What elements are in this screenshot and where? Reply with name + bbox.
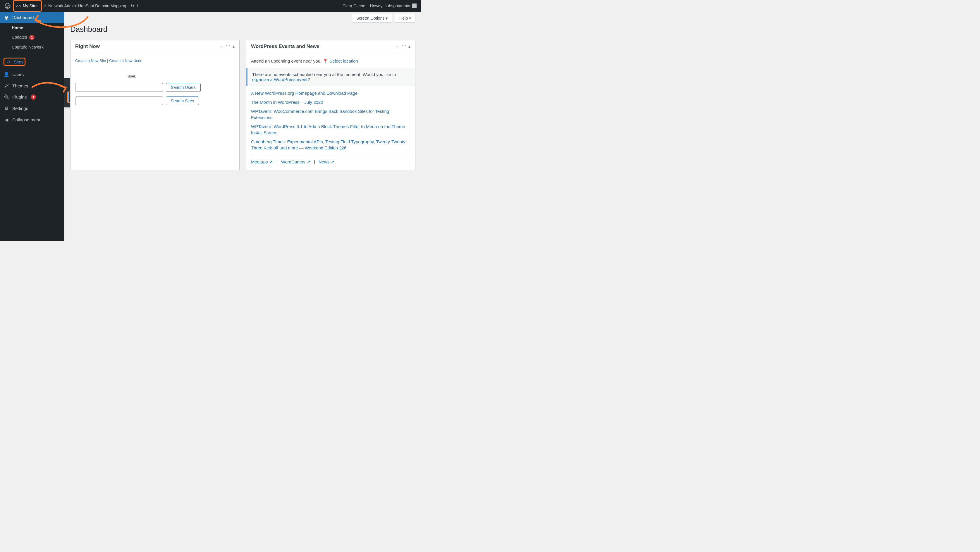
create-user-link[interactable]: Create a New User [109, 59, 142, 63]
sidebar-item-themes[interactable]: 🖌 Themes [0, 80, 64, 91]
dashboard-icon: ◉ [3, 14, 10, 20]
wp-logo[interactable] [2, 0, 13, 12]
sidebar-item-sites[interactable]: ⌂ Sites [0, 55, 64, 69]
home-icon: ⌂ [44, 3, 46, 8]
avatar [412, 3, 417, 8]
sidebar-plugins-label: Plugins [12, 94, 27, 99]
sidebar-sites-label: Sites [14, 59, 24, 64]
move-up-icon[interactable]: ︿ [220, 44, 224, 49]
my-sites-menu[interactable]: ⌂⌂ My Sites [13, 0, 42, 12]
sidebar-item-plugins[interactable]: 🔌 Plugins 1 [0, 91, 64, 103]
toggle-icon[interactable]: ▴ [232, 44, 235, 49]
network-admin-link[interactable]: ⌂ Network Admin: HubSpot Domain Mapping [42, 0, 129, 12]
collapse-label: Collapse menu [12, 117, 41, 122]
meetups-link[interactable]: Meetups [251, 159, 273, 165]
howdy-user[interactable]: Howdy, hubspotadmin [368, 0, 419, 12]
users-icon: 👤 [3, 71, 10, 77]
collapse-icon: ◀ [3, 117, 10, 122]
move-down-icon[interactable]: ﹀ [402, 44, 406, 49]
toggle-icon[interactable]: ▴ [408, 44, 410, 49]
news-link[interactable]: WPTavern: WooCommerce.com Brings Back Sa… [251, 109, 389, 120]
sidebar-settings-label: Settings [12, 106, 28, 111]
sidebar-collapse[interactable]: ◀ Collapse menu [0, 114, 64, 125]
wordcamps-link[interactable]: WordCamps [281, 159, 310, 165]
events-title: WordPress Events and News [251, 44, 320, 49]
search-users-input[interactable] [75, 83, 163, 92]
search-sites-input[interactable] [75, 97, 163, 105]
search-users-button[interactable]: Search Users [166, 83, 201, 92]
location-pin-icon: 📍 [323, 59, 328, 63]
plugins-icon: 🔌 [3, 94, 10, 100]
news-link[interactable]: A New WordPress.org Homepage and Downloa… [251, 90, 358, 95]
sidebar-item-settings[interactable]: ⚙ Settings [0, 103, 64, 114]
themes-icon: 🖌 [3, 83, 10, 88]
refresh-count: 1 [136, 3, 138, 8]
refresh-item[interactable]: ↻ 1 [129, 0, 141, 12]
news-link[interactable]: WPTavern: WordPress 6.1 to Add a Block T… [251, 124, 405, 135]
sidebar-sub-updates[interactable]: Updates 1 [12, 32, 64, 43]
sidebar-users-label: Users [12, 72, 24, 77]
news-ext-link[interactable]: News [318, 159, 335, 165]
notice-prefix: There are no events scheduled near you a… [252, 72, 396, 77]
refresh-icon: ↻ [131, 3, 134, 8]
sites-icon: ⌂ [6, 59, 11, 64]
news-link[interactable]: The Month in WordPress – July 2022 [251, 100, 323, 105]
sidebar-item-dashboard[interactable]: ◉ Dashboard [0, 12, 64, 23]
sep: | [277, 159, 278, 165]
create-site-link[interactable]: Create a New Site [75, 59, 106, 63]
howdy-label: Howdy, hubspotadmin [370, 3, 410, 8]
move-up-icon[interactable]: ︿ [396, 44, 399, 49]
select-location-link[interactable]: Select location [329, 59, 358, 63]
sidebar-item-users[interactable]: 👤 Users [0, 69, 64, 80]
sidebar-sub-home[interactable]: Home [12, 23, 64, 32]
sites-icon: ⌂⌂ [16, 3, 21, 8]
screen-options-tab[interactable]: Screen Options ▾ [352, 14, 392, 22]
news-link[interactable]: Gutenberg Times: Experimental APIs, Test… [251, 139, 407, 150]
move-down-icon[interactable]: ﹀ [226, 44, 230, 49]
sidebar-themes-label: Themes [12, 83, 28, 88]
right-now-title: Right Now [75, 44, 100, 49]
notice-suffix: ? [307, 77, 310, 82]
partial-text-user: user. [75, 74, 235, 78]
events-box: WordPress Events and News ︿ ﹀ ▴ Attend a… [246, 40, 415, 170]
help-tab[interactable]: Help ▾ [395, 14, 415, 22]
plugins-badge: 1 [31, 94, 36, 100]
sep: | [314, 159, 315, 165]
attend-text: Attend an upcoming event near you. [251, 59, 321, 63]
my-sites-label: My Sites [23, 3, 39, 8]
search-sites-button[interactable]: Search Sites [166, 97, 199, 105]
updates-badge: 1 [29, 35, 35, 40]
network-admin-label: Network Admin: HubSpot Domain Mapping [48, 3, 126, 8]
sidebar-dashboard-label: Dashboard [12, 15, 33, 20]
no-events-notice: There are no events scheduled near you a… [246, 68, 415, 86]
right-now-box: Right Now ︿ ﹀ ▴ Create a New Site | Crea… [70, 40, 240, 170]
organize-event-link[interactable]: organize a WordPress event [252, 77, 307, 82]
updates-label: Updates [12, 35, 27, 40]
clear-cache[interactable]: Clear Cache [340, 0, 368, 12]
page-title: Dashboard [70, 25, 415, 34]
sidebar-sub-upgrade-network[interactable]: Upgrade Network [12, 43, 64, 52]
settings-icon: ⚙ [3, 106, 10, 111]
news-list: A New WordPress.org Homepage and Downloa… [251, 90, 410, 151]
